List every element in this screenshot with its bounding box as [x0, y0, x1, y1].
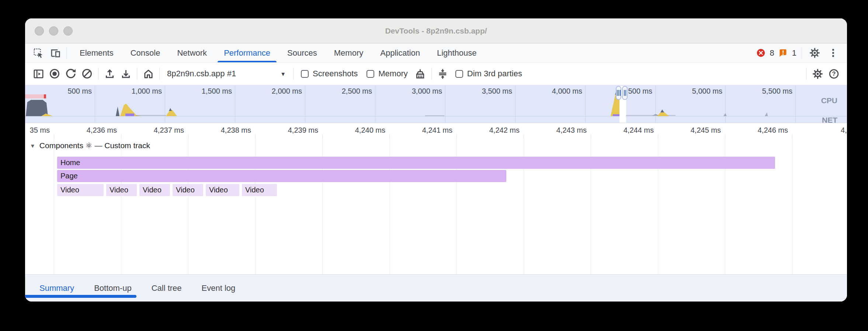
ruler-tick-line	[121, 134, 121, 139]
help-icon[interactable]: ?	[826, 66, 842, 82]
track-bar-video[interactable]: Video	[106, 184, 137, 196]
tab-network[interactable]: Network	[169, 43, 215, 62]
download-profile-icon[interactable]	[118, 66, 134, 82]
grip-line	[625, 90, 626, 96]
toolbar-right: ?	[803, 66, 842, 82]
overview-tick-label: 5,500 ms	[762, 87, 795, 95]
collapse-triangle-icon[interactable]: ▼	[30, 143, 35, 149]
overview-tick-label: 500 ms	[67, 87, 95, 95]
devtools-window: DevTools - 8p2n9n.csb.app/	[25, 18, 847, 302]
selection-left-handle[interactable]	[616, 86, 621, 100]
overview-tick-label: 4,000 ms	[552, 87, 585, 95]
ruler-tick-line	[322, 134, 323, 139]
screenshots-checkbox[interactable]	[301, 70, 309, 78]
error-count-icon[interactable]	[756, 48, 766, 58]
history-dropdown-label: 8p2n9n.csb.app #1	[167, 69, 236, 79]
memory-checkbox[interactable]	[367, 70, 374, 78]
overview-tick-label: 3,000 ms	[412, 87, 445, 95]
overview-tick-label: 5,000 ms	[692, 87, 725, 95]
device-toolbar-icon[interactable]	[48, 46, 63, 60]
tab-memory[interactable]: Memory	[326, 43, 372, 62]
settings-gear-icon[interactable]	[807, 46, 822, 60]
record-button[interactable]	[46, 66, 63, 82]
ruler-tick-line	[456, 134, 457, 139]
ruler-tick-label: 35 ms	[30, 126, 54, 135]
bottom-tab-event-log[interactable]: Event log	[192, 275, 246, 302]
warning-count-icon[interactable]	[778, 48, 788, 58]
ruler-tick-label: 4,244 ms	[624, 126, 658, 135]
track-bar-video[interactable]: Video	[242, 184, 277, 196]
home-icon[interactable]	[140, 66, 156, 82]
collapse-tracks-icon[interactable]	[435, 66, 451, 82]
inspect-element-icon[interactable]	[31, 46, 46, 60]
zoom-window-button[interactable]	[63, 26, 73, 35]
dim-3rd-parties-option: Dim 3rd parties	[455, 69, 522, 79]
ruler-tick-label: 4,24	[841, 126, 847, 135]
dim-3rd-parties-checkbox[interactable]	[455, 70, 463, 78]
memory-option: Memory	[367, 69, 407, 79]
reload-record-button[interactable]	[63, 66, 79, 82]
bottom-tab-call-tree[interactable]: Call tree	[142, 275, 192, 302]
overview-tick-label: 2,500 ms	[342, 87, 375, 95]
ruler-tick-label: 4,243 ms	[556, 126, 591, 135]
warning-count[interactable]: 1	[792, 48, 796, 58]
ruler-tick-label: 4,241 ms	[422, 126, 456, 135]
tab-elements[interactable]: Elements	[71, 43, 122, 62]
ruler-tick-line	[725, 134, 725, 139]
window-title: DevTools - 8p2n9n.csb.app/	[385, 27, 487, 35]
grip-line	[624, 90, 625, 96]
timeline-ruler[interactable]: 35 ms4,236 ms4,237 ms4,238 ms4,239 ms4,2…	[25, 123, 847, 139]
memory-label: Memory	[378, 69, 407, 79]
selection-right-handle[interactable]	[622, 86, 628, 100]
net-divider	[25, 116, 847, 116]
separator	[806, 67, 806, 80]
track-bar-page[interactable]: Page	[57, 170, 506, 182]
toggle-sidebar-icon[interactable]	[30, 66, 46, 82]
history-dropdown[interactable]: 8p2n9n.csb.app #1 ▼	[163, 66, 290, 82]
tab-lighthouse[interactable]: Lighthouse	[428, 43, 485, 62]
separator	[137, 67, 137, 80]
track-gridline	[792, 139, 792, 274]
garbage-collect-icon[interactable]	[412, 66, 428, 82]
screen-background: DevTools - 8p2n9n.csb.app/	[0, 0, 868, 331]
window-titlebar: DevTools - 8p2n9n.csb.app/	[25, 18, 847, 43]
separator	[802, 47, 802, 59]
custom-track-title: Components ⚛ — Custom track	[39, 141, 150, 150]
timeline-overview[interactable]: CPU NET 500 ms1,000 ms1,500 ms2,000 ms2,…	[25, 85, 847, 123]
traffic-lights	[35, 26, 73, 35]
track-bar-video[interactable]: Video	[173, 184, 203, 196]
capture-settings-gear-icon[interactable]	[809, 66, 826, 82]
ruler-tick-label: 4,246 ms	[758, 126, 792, 135]
track-area: ▼ Components ⚛ — Custom track HomePageVi…	[25, 139, 847, 274]
separator	[66, 47, 67, 59]
devtools-tabbar: ElementsConsoleNetworkPerformanceSources…	[25, 43, 847, 63]
ruler-tick-line	[591, 134, 591, 139]
tab-application[interactable]: Application	[372, 43, 428, 62]
track-bar-video[interactable]: Video	[139, 184, 170, 196]
tab-performance[interactable]: Performance	[215, 43, 279, 62]
minimize-window-button[interactable]	[49, 26, 58, 35]
track-gridline	[54, 139, 54, 274]
ruler-tick-line	[658, 134, 658, 139]
kebab-menu-icon[interactable]	[826, 46, 840, 60]
ruler-tick-label: 4,240 ms	[355, 126, 389, 135]
tabbar-right: 8 1	[756, 43, 847, 62]
track-bar-video[interactable]: Video	[57, 184, 104, 196]
tab-console[interactable]: Console	[122, 43, 169, 62]
ruler-tick-label: 4,236 ms	[87, 126, 121, 135]
track-bar-home[interactable]: Home	[57, 157, 775, 169]
separator	[431, 67, 432, 80]
error-count[interactable]: 8	[770, 48, 774, 58]
overview-tick-label: 1,500 ms	[202, 87, 235, 95]
grip-line	[620, 90, 621, 96]
screenshots-label: Screenshots	[313, 69, 358, 79]
ruler-tick-line	[389, 134, 390, 139]
overview-tick-label: 1,000 ms	[132, 87, 165, 95]
close-window-button[interactable]	[35, 26, 44, 35]
clear-button[interactable]	[79, 66, 95, 82]
ruler-tick-line	[792, 134, 792, 139]
tab-sources[interactable]: Sources	[279, 43, 326, 62]
upload-profile-icon[interactable]	[101, 66, 118, 82]
custom-track-header[interactable]: ▼ Components ⚛ — Custom track	[30, 141, 150, 150]
track-bar-video[interactable]: Video	[206, 184, 239, 196]
